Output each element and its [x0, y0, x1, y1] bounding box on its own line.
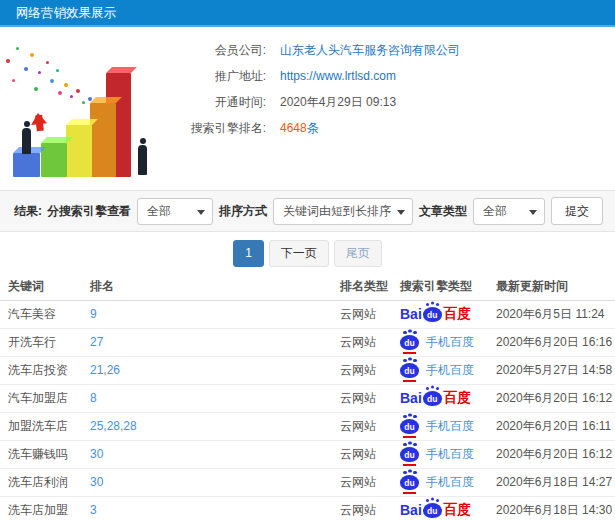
results-tbody: 汽车美容 9 云网站 Bai du 百度 2020年6月5日 11:24 开洗车… [0, 300, 615, 520]
rank-type-cell: 云网站 [340, 384, 400, 412]
chart-bar-orange [90, 103, 116, 177]
mobile-baidu-logo: du 手机百度 [400, 334, 474, 351]
keyword-cell: 洗车店投资 [0, 356, 90, 384]
rank-type-cell: 云网站 [340, 356, 400, 384]
engine-filter-label: 分搜索引擎查看 [47, 203, 131, 220]
promo-url-label: 推广地址: [178, 68, 266, 85]
table-row: 洗车赚钱吗 30 云网站 du 手机百度 2020年6月20日 16:12 [0, 440, 615, 468]
mobile-baidu-label: 手机百度 [426, 474, 474, 491]
updated-cell: 2020年6月20日 16:12 [496, 440, 615, 468]
open-time-row: 开通时间: 2020年4月29日 09:13 [178, 89, 607, 115]
ranking-count: 4648 [280, 121, 307, 135]
mobile-baidu-label: 手机百度 [426, 362, 474, 379]
sort-label: 排序方式 [219, 203, 267, 220]
promo-url-row: 推广地址: https://www.lrtlsd.com [178, 63, 607, 89]
promo-url-link[interactable]: https://www.lrtlsd.com [280, 69, 396, 83]
sort-value: 关键词由短到长排序 [283, 204, 391, 218]
last-page-button[interactable]: 尾页 [334, 240, 382, 267]
ranking-unit: 条 [307, 121, 319, 135]
baidu-logo-cn: 百度 [444, 389, 471, 407]
mobile-baidu-logo: du 手机百度 [400, 446, 474, 463]
engine-cell: Bai du 百度 [400, 384, 496, 412]
rank-type-cell: 云网站 [340, 328, 400, 356]
baidu-logo-bai: Bai [400, 502, 422, 518]
engine-cell: du 手机百度 [400, 356, 496, 384]
table-header-row: 关键词 排名 排名类型 搜索引擎类型 最新更新时间 [0, 274, 615, 300]
result-label: 结果: [14, 203, 42, 220]
ranking-count-link[interactable]: 4648条 [280, 120, 319, 137]
updated-cell: 2020年5月27日 14:58 [496, 356, 615, 384]
rank-link[interactable]: 30 [90, 447, 103, 461]
rank-link[interactable]: 8 [90, 391, 97, 405]
chart-bar-blue [13, 153, 40, 177]
results-table: 关键词 排名 排名类型 搜索引擎类型 最新更新时间 汽车美容 9 云网站 Bai… [0, 274, 615, 520]
chart-bar-yellow [66, 125, 92, 177]
open-time-value: 2020年4月29日 09:13 [280, 94, 396, 111]
rank-cell: 21,26 [90, 356, 340, 384]
engine-cell: du 手机百度 [400, 328, 496, 356]
mobile-baidu-logo: du 手机百度 [400, 362, 474, 379]
baidu-paw-icon: du [400, 419, 419, 434]
rank-cell: 30 [90, 440, 340, 468]
keyword-cell: 加盟洗车店 [0, 412, 90, 440]
rank-link[interactable]: 9 [90, 307, 97, 321]
updated-cell: 2020年6月20日 16:16 [496, 328, 615, 356]
sort-select[interactable]: 关键词由短到长排序 [273, 198, 413, 225]
rank-link[interactable]: 30 [90, 475, 103, 489]
rank-cell: 27 [90, 328, 340, 356]
rank-type-cell: 云网站 [340, 300, 400, 328]
article-type-select[interactable]: 全部 [473, 198, 545, 225]
rank-link[interactable]: 27 [90, 335, 103, 349]
table-row: 洗车店加盟 3 云网站 Bai du 百度 2020年6月18日 14:30 [0, 496, 615, 520]
page-1-button[interactable]: 1 [233, 240, 264, 267]
rank-link[interactable]: 3 [90, 503, 97, 517]
baidu-paw-icon: du [400, 363, 419, 378]
keyword-cell: 汽车加盟店 [0, 384, 90, 412]
keyword-cell: 汽车美容 [0, 300, 90, 328]
company-label: 会员公司: [178, 42, 266, 59]
rank-type-cell: 云网站 [340, 440, 400, 468]
updated-cell: 2020年6月18日 14:27 [496, 468, 615, 496]
updated-cell: 2020年6月5日 11:24 [496, 300, 615, 328]
ranking-label: 搜索引擎排名: [178, 120, 266, 137]
mobile-baidu-logo: du 手机百度 [400, 418, 474, 435]
updated-cell: 2020年6月20日 16:12 [496, 384, 615, 412]
businessman-figure [138, 145, 147, 175]
engine-filter-value: 全部 [147, 204, 171, 218]
rank-cell: 3 [90, 496, 340, 520]
table-row: 汽车加盟店 8 云网站 Bai du 百度 2020年6月20日 16:12 [0, 384, 615, 412]
rank-type-cell: 云网站 [340, 412, 400, 440]
rank-link[interactable]: 25,28,28 [90, 419, 137, 433]
company-link[interactable]: 山东老人头汽车服务咨询有限公司 [280, 42, 460, 59]
keyword-cell: 洗车赚钱吗 [0, 440, 90, 468]
col-keyword: 关键词 [0, 274, 90, 300]
open-time-label: 开通时间: [178, 94, 266, 111]
keyword-cell: 开洗车行 [0, 328, 90, 356]
page-title-bar: 网络营销效果展示 [0, 0, 615, 27]
baidu-paw-icon: du [400, 447, 419, 462]
submit-button[interactable]: 提交 [551, 197, 603, 225]
mobile-baidu-logo: du 手机百度 [400, 474, 474, 491]
next-page-button[interactable]: 下一页 [269, 240, 329, 267]
col-rank-type: 排名类型 [340, 274, 400, 300]
rank-link[interactable]: 21,26 [90, 363, 120, 377]
col-engine-type: 搜索引擎类型 [400, 274, 496, 300]
rank-cell: 30 [90, 468, 340, 496]
table-row: 汽车美容 9 云网站 Bai du 百度 2020年6月5日 11:24 [0, 300, 615, 328]
rank-cell: 8 [90, 384, 340, 412]
rank-type-cell: 云网站 [340, 496, 400, 520]
engine-cell: du 手机百度 [400, 440, 496, 468]
engine-cell: Bai du 百度 [400, 496, 496, 520]
table-row: 开洗车行 27 云网站 du 手机百度 2020年6月20日 16:16 [0, 328, 615, 356]
engine-cell: du 手机百度 [400, 412, 496, 440]
baidu-logo: Bai du 百度 [400, 305, 471, 323]
engine-cell: du 手机百度 [400, 468, 496, 496]
page-title: 网络营销效果展示 [16, 6, 116, 20]
baidu-logo-cn: 百度 [444, 305, 471, 323]
table-row: 洗车店利润 30 云网站 du 手机百度 2020年6月18日 14:27 [0, 468, 615, 496]
engine-filter-select[interactable]: 全部 [137, 198, 213, 225]
mobile-baidu-label: 手机百度 [426, 418, 474, 435]
mobile-baidu-label: 手机百度 [426, 334, 474, 351]
baidu-logo-cn: 百度 [444, 501, 471, 519]
baidu-paw-icon: du [400, 335, 419, 350]
